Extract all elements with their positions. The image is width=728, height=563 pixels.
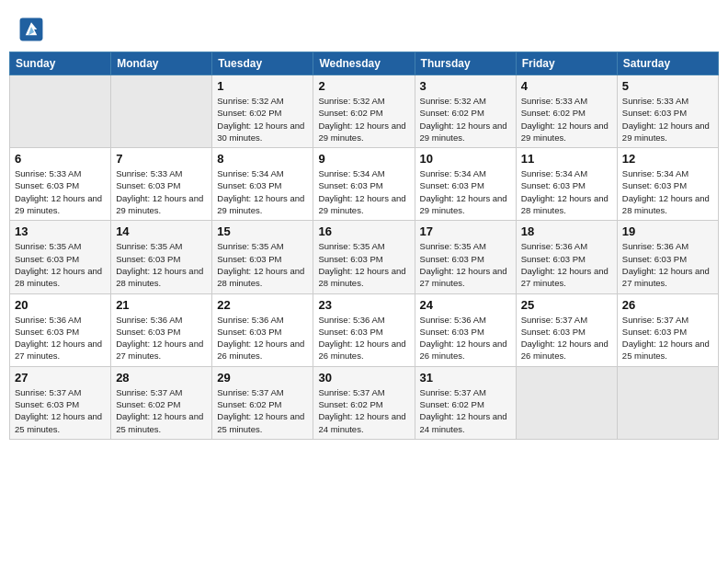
calendar-week-row: 20Sunrise: 5:36 AM Sunset: 6:03 PM Dayli… xyxy=(10,293,719,366)
day-info: Sunrise: 5:34 AM Sunset: 6:03 PM Dayligh… xyxy=(622,167,713,216)
day-number: 20 xyxy=(15,298,106,312)
weekday-header: Monday xyxy=(111,52,212,75)
day-number: 3 xyxy=(420,79,511,93)
day-info: Sunrise: 5:33 AM Sunset: 6:02 PM Dayligh… xyxy=(521,95,612,144)
calendar-cell xyxy=(111,75,212,148)
calendar-cell: 25Sunrise: 5:37 AM Sunset: 6:03 PM Dayli… xyxy=(516,293,617,366)
day-number: 6 xyxy=(15,152,106,166)
day-number: 23 xyxy=(318,298,409,312)
day-number: 17 xyxy=(420,224,511,238)
day-number: 21 xyxy=(116,298,207,312)
calendar-cell: 26Sunrise: 5:37 AM Sunset: 6:03 PM Dayli… xyxy=(617,293,718,366)
weekday-header: Thursday xyxy=(415,52,516,75)
calendar-week-row: 1Sunrise: 5:32 AM Sunset: 6:02 PM Daylig… xyxy=(10,75,719,148)
calendar-cell: 10Sunrise: 5:34 AM Sunset: 6:03 PM Dayli… xyxy=(415,148,516,221)
weekday-header: Wednesday xyxy=(313,52,415,75)
day-info: Sunrise: 5:35 AM Sunset: 6:03 PM Dayligh… xyxy=(15,240,106,289)
calendar-cell xyxy=(10,75,111,148)
calendar-cell: 28Sunrise: 5:37 AM Sunset: 6:02 PM Dayli… xyxy=(111,366,212,439)
calendar-cell: 1Sunrise: 5:32 AM Sunset: 6:02 PM Daylig… xyxy=(212,75,313,148)
day-info: Sunrise: 5:37 AM Sunset: 6:03 PM Dayligh… xyxy=(622,314,713,362)
day-info: Sunrise: 5:36 AM Sunset: 6:03 PM Dayligh… xyxy=(521,240,612,289)
calendar-cell: 19Sunrise: 5:36 AM Sunset: 6:03 PM Dayli… xyxy=(617,221,718,293)
day-info: Sunrise: 5:36 AM Sunset: 6:03 PM Dayligh… xyxy=(15,314,106,362)
day-info: Sunrise: 5:37 AM Sunset: 6:03 PM Dayligh… xyxy=(521,314,612,362)
calendar-table: SundayMondayTuesdayWednesdayThursdayFrid… xyxy=(9,52,719,440)
day-number: 30 xyxy=(318,371,409,385)
day-number: 4 xyxy=(521,79,612,93)
day-info: Sunrise: 5:33 AM Sunset: 6:03 PM Dayligh… xyxy=(622,95,713,144)
day-info: Sunrise: 5:35 AM Sunset: 6:03 PM Dayligh… xyxy=(420,240,511,289)
day-info: Sunrise: 5:33 AM Sunset: 6:03 PM Dayligh… xyxy=(116,167,207,216)
calendar-cell: 9Sunrise: 5:34 AM Sunset: 6:03 PM Daylig… xyxy=(313,148,415,221)
calendar-cell: 12Sunrise: 5:34 AM Sunset: 6:03 PM Dayli… xyxy=(617,148,718,221)
weekday-header: Saturday xyxy=(617,52,718,75)
day-info: Sunrise: 5:32 AM Sunset: 6:02 PM Dayligh… xyxy=(420,95,511,144)
weekday-header: Sunday xyxy=(10,52,111,75)
logo xyxy=(18,17,48,42)
day-number: 9 xyxy=(318,152,409,166)
calendar-cell: 3Sunrise: 5:32 AM Sunset: 6:02 PM Daylig… xyxy=(415,75,516,148)
day-info: Sunrise: 5:34 AM Sunset: 6:03 PM Dayligh… xyxy=(521,167,612,216)
calendar-cell: 2Sunrise: 5:32 AM Sunset: 6:02 PM Daylig… xyxy=(313,75,415,148)
calendar-cell: 14Sunrise: 5:35 AM Sunset: 6:03 PM Dayli… xyxy=(111,221,212,293)
day-info: Sunrise: 5:37 AM Sunset: 6:02 PM Dayligh… xyxy=(116,386,207,435)
day-number: 10 xyxy=(420,152,511,166)
calendar-cell: 22Sunrise: 5:36 AM Sunset: 6:03 PM Dayli… xyxy=(212,293,313,366)
day-number: 16 xyxy=(318,224,409,238)
day-number: 19 xyxy=(622,224,713,238)
day-info: Sunrise: 5:35 AM Sunset: 6:03 PM Dayligh… xyxy=(217,240,308,289)
calendar-cell: 20Sunrise: 5:36 AM Sunset: 6:03 PM Dayli… xyxy=(10,293,111,366)
page-header xyxy=(9,9,719,46)
calendar-cell: 24Sunrise: 5:36 AM Sunset: 6:03 PM Dayli… xyxy=(415,293,516,366)
day-info: Sunrise: 5:36 AM Sunset: 6:03 PM Dayligh… xyxy=(318,314,409,362)
day-info: Sunrise: 5:36 AM Sunset: 6:03 PM Dayligh… xyxy=(420,314,511,362)
day-number: 5 xyxy=(622,79,713,93)
day-number: 13 xyxy=(15,224,106,238)
day-number: 8 xyxy=(217,152,308,166)
day-info: Sunrise: 5:37 AM Sunset: 6:02 PM Dayligh… xyxy=(217,386,308,435)
calendar-cell: 8Sunrise: 5:34 AM Sunset: 6:03 PM Daylig… xyxy=(212,148,313,221)
day-info: Sunrise: 5:36 AM Sunset: 6:03 PM Dayligh… xyxy=(217,314,308,362)
day-info: Sunrise: 5:34 AM Sunset: 6:03 PM Dayligh… xyxy=(420,167,511,216)
day-number: 29 xyxy=(217,371,308,385)
day-number: 2 xyxy=(318,79,409,93)
day-number: 11 xyxy=(521,152,612,166)
calendar-week-row: 27Sunrise: 5:37 AM Sunset: 6:03 PM Dayli… xyxy=(10,366,719,439)
day-info: Sunrise: 5:37 AM Sunset: 6:02 PM Dayligh… xyxy=(420,386,511,435)
calendar-header: SundayMondayTuesdayWednesdayThursdayFrid… xyxy=(10,52,719,75)
calendar-cell: 27Sunrise: 5:37 AM Sunset: 6:03 PM Dayli… xyxy=(10,366,111,439)
day-number: 25 xyxy=(521,298,612,312)
calendar-week-row: 6Sunrise: 5:33 AM Sunset: 6:03 PM Daylig… xyxy=(10,148,719,221)
day-number: 12 xyxy=(622,152,713,166)
day-info: Sunrise: 5:36 AM Sunset: 6:03 PM Dayligh… xyxy=(622,240,713,289)
day-info: Sunrise: 5:33 AM Sunset: 6:03 PM Dayligh… xyxy=(15,167,106,216)
logo-icon xyxy=(18,17,44,42)
calendar-cell: 23Sunrise: 5:36 AM Sunset: 6:03 PM Dayli… xyxy=(313,293,415,366)
day-info: Sunrise: 5:36 AM Sunset: 6:03 PM Dayligh… xyxy=(116,314,207,362)
calendar-cell: 15Sunrise: 5:35 AM Sunset: 6:03 PM Dayli… xyxy=(212,221,313,293)
calendar-cell: 18Sunrise: 5:36 AM Sunset: 6:03 PM Dayli… xyxy=(516,221,617,293)
weekday-header: Friday xyxy=(516,52,617,75)
day-number: 1 xyxy=(217,79,308,93)
weekday-header: Tuesday xyxy=(212,52,313,75)
calendar-cell xyxy=(516,366,617,439)
calendar-week-row: 13Sunrise: 5:35 AM Sunset: 6:03 PM Dayli… xyxy=(10,221,719,293)
calendar-cell: 5Sunrise: 5:33 AM Sunset: 6:03 PM Daylig… xyxy=(617,75,718,148)
day-number: 28 xyxy=(116,371,207,385)
day-info: Sunrise: 5:35 AM Sunset: 6:03 PM Dayligh… xyxy=(116,240,207,289)
calendar-cell: 13Sunrise: 5:35 AM Sunset: 6:03 PM Dayli… xyxy=(10,221,111,293)
calendar-cell: 21Sunrise: 5:36 AM Sunset: 6:03 PM Dayli… xyxy=(111,293,212,366)
day-info: Sunrise: 5:34 AM Sunset: 6:03 PM Dayligh… xyxy=(318,167,409,216)
day-number: 7 xyxy=(116,152,207,166)
day-number: 15 xyxy=(217,224,308,238)
day-number: 22 xyxy=(217,298,308,312)
day-info: Sunrise: 5:37 AM Sunset: 6:02 PM Dayligh… xyxy=(318,386,409,435)
day-number: 14 xyxy=(116,224,207,238)
day-info: Sunrise: 5:34 AM Sunset: 6:03 PM Dayligh… xyxy=(217,167,308,216)
day-info: Sunrise: 5:35 AM Sunset: 6:03 PM Dayligh… xyxy=(318,240,409,289)
calendar-cell: 11Sunrise: 5:34 AM Sunset: 6:03 PM Dayli… xyxy=(516,148,617,221)
calendar-cell: 17Sunrise: 5:35 AM Sunset: 6:03 PM Dayli… xyxy=(415,221,516,293)
calendar-cell: 16Sunrise: 5:35 AM Sunset: 6:03 PM Dayli… xyxy=(313,221,415,293)
day-number: 27 xyxy=(15,371,106,385)
